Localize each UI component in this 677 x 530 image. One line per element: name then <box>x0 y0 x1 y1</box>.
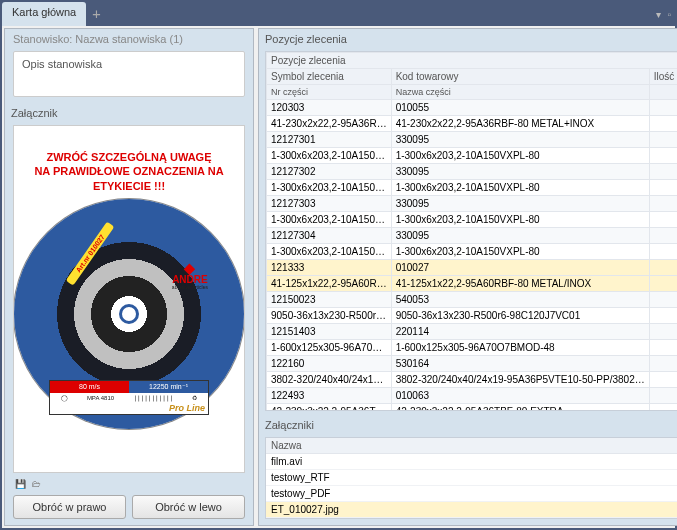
table-cell: 220114 <box>391 324 649 340</box>
table-cell <box>649 180 677 196</box>
table-cell: 010055 <box>391 100 649 116</box>
table-cell: 122160 <box>267 356 392 372</box>
table-cell: 121333 <box>267 260 392 276</box>
table-cell: 10 <box>649 324 677 340</box>
table-cell: 41-230x2x22,2-95A36R… <box>267 116 392 132</box>
table-cell: 3802-320/240x40/24x1… <box>267 372 392 388</box>
table-cell: 16 <box>649 228 677 244</box>
orders-header: Pozycje zlecenia <box>259 29 677 49</box>
left-panel: Stanowisko: Nazwa stanowiska (1) Opis st… <box>4 28 254 526</box>
table-row[interactable]: 1212730333009516TIVOLY <box>267 196 678 212</box>
table-cell: 330095 <box>391 228 649 244</box>
attachments-header: Załączniki <box>259 415 677 435</box>
rotate-left-button[interactable]: Obróć w lewo <box>132 495 245 519</box>
disc-rpm: 12250 min⁻¹ <box>129 381 208 393</box>
table-cell: 3802-320/240x40/24x19-95A36P5VTE10-50-PP… <box>391 372 649 388</box>
table-cell: 010027 <box>391 260 649 276</box>
table-cell: 112 <box>649 260 677 276</box>
disc-center-hole <box>119 304 139 324</box>
abrasive-disc-graphic: ◆ ANDRE abrasive articles Art.nr 010027 … <box>14 199 244 429</box>
table-row[interactable]: 120303010055721310 <box>267 100 678 116</box>
warning-text: ZWRÓĆ SZCZEGÓLNĄ UWAGĘ NA PRAWIDŁOWE OZN… <box>14 150 244 193</box>
table-cell: 1-300x6x203,2-10A150VXPL-80 <box>391 148 649 164</box>
table-row[interactable]: 12150023540053681ANDRE <box>267 292 678 308</box>
table-row[interactable]: 3802-320/240x40/24x1…3802-320/240x40/24x… <box>267 372 678 388</box>
table-cell: 330095 <box>391 132 649 148</box>
attachment-item[interactable]: ET_010027.jpg <box>266 502 677 518</box>
table-row[interactable]: 1212730433009516TIVOLY <box>267 228 678 244</box>
table-cell: 16 <box>649 196 677 212</box>
table-cell: 41-230x2x22,2-95A36RBF-80 METAL+INOX <box>391 116 649 132</box>
tab-main[interactable]: Karta główna <box>2 2 86 26</box>
table-row[interactable]: 41-230x2x22,2-95A36R…41-230x2x22,2-95A36… <box>267 116 678 132</box>
table-row[interactable]: 1212730233009516TIVOLY <box>267 164 678 180</box>
grid-col-header[interactable]: Ilość do wykonania <box>649 69 677 85</box>
tab-add-button[interactable]: + <box>86 2 106 26</box>
table-cell: 330095 <box>391 164 649 180</box>
table-row[interactable]: 1212730133009516TIVOLY <box>267 132 678 148</box>
table-cell: 16 <box>649 164 677 180</box>
table-cell: 010063 <box>391 388 649 404</box>
table-cell: 12127304 <box>267 228 392 244</box>
table-row[interactable]: 1-300x6x203,2-10A150…1-300x6x203,2-10A15… <box>267 212 678 228</box>
attachments-col-header: Nazwa <box>266 438 677 454</box>
table-cell: 41-125x1x22,2-95A60R… <box>267 276 392 292</box>
table-cell: 24 <box>649 356 677 372</box>
table-cell: 41-125x1x22,2-95A60RBF-80 METAL/INOX <box>391 276 649 292</box>
table-row[interactable]: 42-230x3x22,2-95A36T…42-230x2x22,2-95A36… <box>267 404 678 412</box>
table-cell: 1-600x125x305-96A70… <box>267 340 392 356</box>
table-row[interactable]: 1-300x6x203,2-10A150…1-300x6x203,2-10A15… <box>267 244 678 260</box>
open-icon[interactable]: 🗁 <box>32 479 41 489</box>
table-row[interactable]: 12216053016424OCTIM <box>267 356 678 372</box>
table-row[interactable]: 12249301006372ANDRE <box>267 388 678 404</box>
grid-col-header[interactable]: Symbol zlecenia <box>267 69 392 85</box>
table-cell: 530164 <box>391 356 649 372</box>
window-restore-icon[interactable]: ▫ <box>667 9 671 20</box>
title-bar: Karta główna + ▾ ▫ <box>2 2 675 26</box>
table-cell: 72 <box>649 388 677 404</box>
table-cell <box>649 308 677 324</box>
attachment-item[interactable]: film.avi <box>266 454 677 470</box>
attachment-item[interactable]: testowy_PDF <box>266 486 677 502</box>
attachments-list[interactable]: Nazwa film.avitestowy_RTFtestowy_PDFET_0… <box>265 437 677 519</box>
table-row[interactable]: 41-125x1x22,2-95A60R…41-125x1x22,2-95A60… <box>267 276 678 292</box>
disc-label-block: 80 m/s 12250 min⁻¹ ◯ MPA 4810 ||||||||||… <box>49 380 209 415</box>
table-cell: 12127301 <box>267 132 392 148</box>
table-cell: 12150023 <box>267 292 392 308</box>
image-preview: ZWRÓĆ SZCZEGÓLNĄ UWAGĘ NA PRAWIDŁOWE OZN… <box>13 125 245 473</box>
grid-col-header[interactable]: Kod towarowy <box>391 69 649 85</box>
table-cell: 72 <box>649 100 677 116</box>
table-cell: 42-230x3x22,2-95A36T… <box>267 404 392 412</box>
attachment-item[interactable]: testowy_RTF <box>266 470 677 486</box>
main-window: Karta główna + ▾ ▫ Stanowisko: Nazwa sta… <box>0 0 677 530</box>
rotate-toolbar: Obróć w prawo Obróć w lewo <box>5 491 253 525</box>
table-cell: 1-300x6x203,2-10A150VXPL-80 <box>391 212 649 228</box>
table-cell <box>649 116 677 132</box>
table-row[interactable]: 121333010027112ANDRE <box>267 260 678 276</box>
table-cell <box>649 340 677 356</box>
table-row[interactable]: 1-300x6x203,2-10A150…1-300x6x203,2-10A15… <box>267 148 678 164</box>
disc-mpa: MPA 4810 <box>87 395 114 401</box>
table-cell <box>649 148 677 164</box>
window-minimize-icon[interactable]: ▾ <box>656 9 661 20</box>
content-area: Stanowisko: Nazwa stanowiska (1) Opis st… <box>2 26 675 528</box>
right-panel: Pozycje zlecenia Pozycje zlecenia Symbol… <box>258 28 677 526</box>
rotate-right-button[interactable]: Obróć w prawo <box>13 495 126 519</box>
brand-subtitle: abrasive articles <box>172 285 208 290</box>
orders-grid[interactable]: Pozycje zlecenia Symbol zleceniaKod towa… <box>265 51 677 411</box>
table-cell: 12127303 <box>267 196 392 212</box>
table-row[interactable]: 1215140322011410KRAŚNIK <box>267 324 678 340</box>
table-cell <box>649 404 677 412</box>
table-cell: 42-230x2x22,2-95A36TBF-80 EXTRA <box>391 404 649 412</box>
description-box[interactable]: Opis stanowiska <box>13 51 245 97</box>
table-row[interactable]: 9050-36x13x230-R500r…9050-36x13x230-R500… <box>267 308 678 324</box>
table-cell <box>649 276 677 292</box>
table-cell <box>649 244 677 260</box>
grid-subcol-header <box>649 85 677 100</box>
table-cell: 1-300x6x203,2-10A150… <box>267 180 392 196</box>
save-icon[interactable]: 💾 <box>15 479 26 489</box>
table-row[interactable]: 1-600x125x305-96A70…1-600x125x305-96A70O… <box>267 340 678 356</box>
table-row[interactable]: 1-300x6x203,2-10A150…1-300x6x203,2-10A15… <box>267 180 678 196</box>
disc-speed: 80 m/s <box>50 381 129 393</box>
warning-line-2: NA PRAWIDŁOWE OZNACZENIA NA ETYKIECIE !!… <box>14 164 244 193</box>
